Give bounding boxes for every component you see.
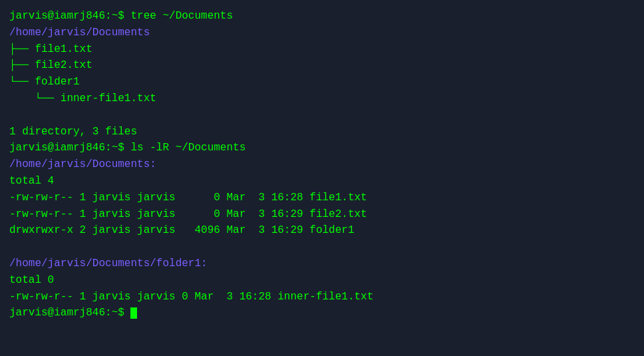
- tree-line: ├── file1.txt: [9, 41, 635, 58]
- terminal-window: jarvis@iamrj846:~$ tree ~/Documents/home…: [0, 0, 644, 356]
- terminal-line: jarvis@iamrj846:~$ tree ~/Documents: [9, 8, 635, 25]
- command-text: ls -lR ~/Documents: [130, 142, 245, 154]
- path-line: /home/jarvis/Documents/folder1:: [9, 256, 635, 272]
- listing-line: total 0: [9, 272, 635, 289]
- empty-line: [9, 107, 635, 124]
- summary-line: 1 directory, 3 files: [9, 124, 635, 140]
- listing-line: -rw-rw-r-- 1 jarvis jarvis 0 Mar 3 16:29…: [9, 206, 635, 223]
- cursor: [130, 307, 137, 319]
- listing-line: -rw-rw-r-- 1 jarvis jarvis 0 Mar 3 16:28…: [9, 190, 635, 206]
- listing-line: -rw-rw-r-- 1 jarvis jarvis 0 Mar 3 16:28…: [9, 289, 635, 305]
- command-text: tree ~/Documents: [130, 10, 233, 22]
- prompt: jarvis@iamrj846:~$: [9, 307, 130, 319]
- tree-line: └── folder1: [9, 74, 635, 90]
- path-line: /home/jarvis/Documents:: [9, 156, 635, 173]
- prompt: jarvis@iamrj846:~$: [9, 10, 130, 22]
- empty-line: [9, 239, 635, 256]
- path-line: /home/jarvis/Documents: [9, 25, 635, 41]
- terminal-line: jarvis@iamrj846:~$: [9, 305, 635, 321]
- listing-line: total 4: [9, 173, 635, 190]
- tree-line: └── inner-file1.txt: [9, 90, 635, 107]
- listing-line: drwxrwxr-x 2 jarvis jarvis 4096 Mar 3 16…: [9, 222, 635, 239]
- terminal-line: jarvis@iamrj846:~$ ls -lR ~/Documents: [9, 140, 635, 156]
- tree-line: ├── file2.txt: [9, 57, 635, 74]
- prompt: jarvis@iamrj846:~$: [9, 142, 130, 154]
